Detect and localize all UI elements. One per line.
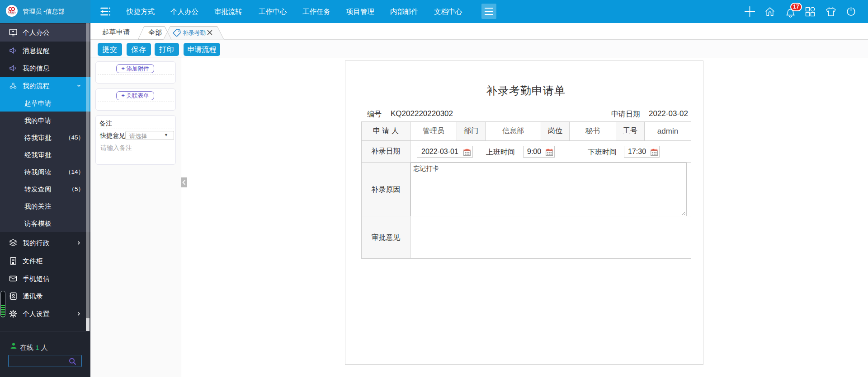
svg-text:POWER: POWER [9, 13, 14, 15]
